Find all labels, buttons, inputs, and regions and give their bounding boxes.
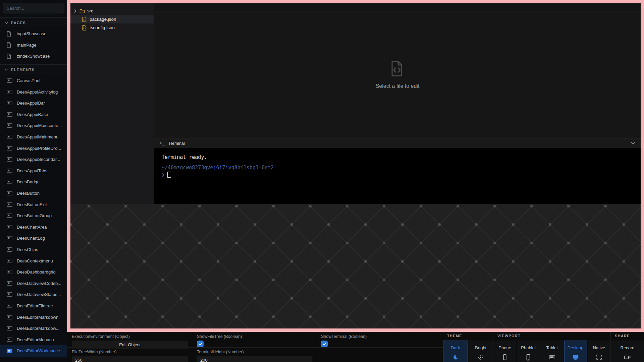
page-icon: [7, 31, 12, 37]
sidebar-item-inputShowcase[interactable]: inputShowcase: [0, 28, 67, 40]
share-button-record[interactable]: Record: [611, 341, 644, 362]
prop-label: ExecutionEnvironment (Object): [72, 334, 188, 339]
theme-buttons: DarkBright: [443, 340, 493, 362]
sidebar-item-label: DeesContextmenu: [17, 258, 53, 263]
show-filetree-checkbox[interactable]: [197, 341, 204, 347]
sidebar-item-DeesEditorMarkdown[interactable]: DeesEditorMarkdown: [0, 311, 67, 323]
theme-button-dark[interactable]: Dark: [443, 341, 468, 362]
chevron-right-icon: [74, 9, 77, 13]
search-input[interactable]: [3, 3, 64, 13]
prompt-chevron-icon: [162, 173, 164, 177]
sidebar-item-label: DeesEditorMarkdow...: [17, 326, 59, 331]
sidebar-item-DeesEditorMonaco[interactable]: DeesEditorMonaco: [0, 334, 67, 345]
terminal-ready-line: Terminal ready.: [162, 154, 633, 160]
widget-icon: [7, 90, 12, 94]
sidebar-item-label: DeesEditorMonaco: [17, 337, 54, 342]
prop-col-1: ExecutionEnvironment (Object) Edit Objec…: [67, 332, 192, 362]
prop-empty: [316, 348, 443, 362]
sidebar-item-label: DeesAppuiMainmenu: [17, 134, 58, 139]
filetree-row-label: src: [87, 8, 93, 13]
sidebar-item-DeesEditorMarkdow[interactable]: DeesEditorMarkdow...: [0, 323, 67, 334]
filetree-row-src[interactable]: src: [70, 7, 154, 15]
widget-icon: [7, 315, 12, 319]
sidebar-item-DeesEditorWorkspace[interactable]: DeesEditorWorkspace: [0, 345, 67, 357]
sidebar-item-CanvasPool[interactable]: CanvasPool: [0, 75, 67, 86]
sidebar-item-label: inputShowcase: [17, 31, 46, 36]
sidebar-item-label: DeesDataviewCodeb...: [17, 281, 61, 286]
widget-icon: [7, 247, 12, 252]
sidebar-item-zIndexShowcase[interactable]: zIndexShowcase: [0, 51, 67, 62]
svg-text:{}: {}: [83, 18, 86, 21]
button-label: Record: [621, 345, 635, 350]
sidebar-item-DeesAppuiMainconte[interactable]: DeesAppuiMainconte...: [0, 120, 67, 131]
editor-pane: Select a file to edit: [154, 3, 641, 138]
sidebar-item-DeesDataviewCodeb[interactable]: DeesDataviewCodeb...: [0, 278, 67, 289]
theme-button-bright[interactable]: Bright: [469, 341, 493, 362]
terminal-output[interactable]: Terminal ready. ~/40mzgcwo8273gvej6i7ivq…: [154, 148, 641, 204]
filetree-row-package.json[interactable]: {}package.json: [70, 15, 154, 23]
sidebar-item-DeesButton[interactable]: DeesButton: [0, 188, 67, 199]
filetree-width-input[interactable]: [72, 356, 188, 362]
viewport-button-desktop[interactable]: Desktop: [564, 341, 587, 362]
checkmark-icon: [322, 342, 327, 346]
editor-terminal-column: Select a file to edit >_ Terminal Termin…: [154, 3, 641, 204]
share-section: SHARE Record: [610, 332, 644, 362]
sidebar-item-DeesContextmenu[interactable]: DeesContextmenu: [0, 255, 67, 266]
sidebar-item-DeesAppuiProfileDro[interactable]: DeesAppuiProfileDro...: [0, 142, 67, 154]
sidebar-item-DeesButtonExit[interactable]: DeesButtonExit: [0, 199, 67, 210]
viewport-button-tablet[interactable]: Tablet: [540, 341, 563, 362]
sidebar-item-label: DeesBadge: [17, 179, 40, 184]
viewport-button-native[interactable]: Native: [588, 341, 610, 362]
sidebar-item-DeesAppuiSecondar[interactable]: DeesAppuiSecondar...: [0, 154, 67, 165]
sidebar-item-DeesAppuiActivitylog[interactable]: DeesAppuiActivitylog: [0, 86, 67, 98]
sidebar-item-DeesEditorFiletree[interactable]: DeesEditorFiletree: [0, 300, 67, 312]
terminal-prompt-line: [162, 172, 633, 178]
widget-icon: [7, 112, 12, 117]
file-code-icon: [391, 61, 404, 78]
viewport-button-phone[interactable]: Phone: [493, 341, 516, 362]
terminal-title: Terminal: [168, 141, 185, 146]
viewport-button-phablet[interactable]: Phablet: [517, 341, 540, 362]
sidebar-item-DeesChartLog[interactable]: DeesChartLog: [0, 233, 67, 244]
sun-icon: [478, 354, 484, 361]
sidebar-item-DeesAppuiBar[interactable]: DeesAppuiBar: [0, 98, 67, 109]
editor-empty-state: Select a file to edit: [154, 11, 641, 138]
chevron-down-icon[interactable]: [631, 142, 635, 144]
button-label: Phablet: [521, 345, 536, 350]
sidebar-item-mainPage[interactable]: mainPage: [0, 40, 67, 51]
terminal-path-line: ~/40mzgcwo8273gvej6i7ivq8hj1sbg1-0et2: [162, 165, 633, 171]
sidebar-item-label: zIndexShowcase: [17, 54, 50, 59]
filetree-row-tsconfig.json[interactable]: {}tsconfig.json: [70, 23, 154, 32]
sidebar-item-DeesAppuiBase[interactable]: DeesAppuiBase: [0, 109, 67, 120]
button-label: Desktop: [568, 345, 584, 350]
sidebar-section-header-elements[interactable]: ELEMENTS: [0, 64, 67, 75]
sidebar-item-DeesChartArea[interactable]: DeesChartArea: [0, 222, 67, 233]
widget-icon: [7, 304, 12, 308]
widget-icon: [7, 270, 12, 274]
sidebar-item-DeesButtonGroup[interactable]: DeesButtonGroup: [0, 210, 67, 222]
sidebar-item-DeesChips[interactable]: DeesChips: [0, 244, 67, 255]
json-file-icon: {}: [82, 25, 87, 31]
widget-icon: [7, 101, 12, 105]
filetree-row-label: package.json: [90, 17, 116, 22]
sidebar-item-DeesDashboardgrid[interactable]: DeesDashboardgrid: [0, 266, 67, 278]
sidebar-item-DeesDataviewStatus[interactable]: DeesDataviewStatus...: [0, 289, 67, 300]
terminal-height-input[interactable]: [197, 356, 312, 362]
sidebar-item-label: DeesAppuiTabs: [17, 168, 47, 173]
viewport-section: VIEWPORT PhonePhabletTabletDesktopNative: [493, 332, 610, 362]
show-terminal-checkbox[interactable]: [321, 341, 328, 347]
section-label: PAGES: [11, 21, 26, 25]
widget-icon: [7, 225, 12, 229]
sidebar-section-header-pages[interactable]: PAGES: [0, 17, 67, 28]
widget-icon: [7, 123, 12, 128]
widget-icon: [7, 281, 12, 286]
svg-text:{}: {}: [83, 27, 86, 30]
sidebar-item-DeesAppuiTabs[interactable]: DeesAppuiTabs: [0, 165, 67, 177]
sidebar-item-DeesBadge[interactable]: DeesBadge: [0, 176, 67, 188]
theme-section: THEME DarkBright: [443, 332, 493, 362]
terminal-prompt-icon: >_: [160, 141, 165, 145]
sidebar-item-label: DeesEditorFiletree: [17, 303, 53, 308]
sidebar-item-DeesAppuiMainmenu[interactable]: DeesAppuiMainmenu: [0, 131, 67, 143]
terminal-header[interactable]: >_ Terminal: [154, 138, 641, 148]
widget-icon: [7, 236, 12, 240]
